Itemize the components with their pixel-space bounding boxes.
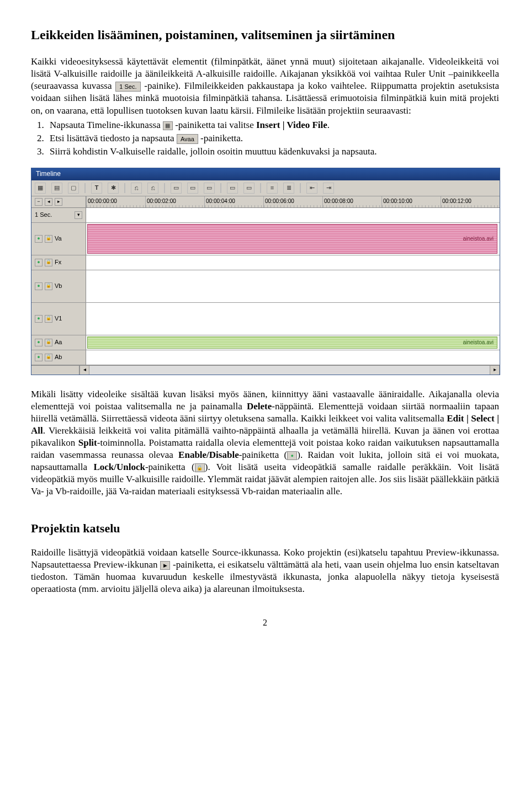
- track-label: Vb: [55, 282, 62, 290]
- toolbar-icon[interactable]: ▭: [243, 183, 255, 194]
- enable-disable-icon[interactable]: ●: [35, 354, 43, 361]
- track-header: ●🔒Aa: [31, 335, 86, 350]
- lock-icon[interactable]: 🔒: [45, 315, 52, 323]
- lock-icon[interactable]: 🔒: [45, 282, 52, 290]
- track-body[interactable]: aineistoa.avi: [86, 335, 500, 350]
- track-header: ●🔒Va: [31, 223, 86, 255]
- toolbar-separator: [260, 183, 261, 193]
- next-icon[interactable]: ▸: [55, 198, 62, 206]
- track-body[interactable]: [86, 303, 500, 335]
- enable-disable-icon: [287, 451, 297, 460]
- step2-a: Etsi lisättävä tiedosto ja napsauta: [50, 133, 177, 143]
- ruler-unit-button-inline: 1 Sec.: [115, 82, 140, 92]
- track-body[interactable]: [86, 270, 500, 302]
- bold-split: Split: [78, 437, 97, 448]
- timeline-track-v1: ●🔒V1: [31, 303, 500, 335]
- enable-disable-icon[interactable]: ●: [35, 282, 43, 290]
- dropdown-icon[interactable]: ▾: [75, 211, 82, 219]
- track-header: ●🔒Ab: [31, 350, 86, 365]
- toolbar-icon[interactable]: ▭: [187, 183, 198, 194]
- step-1: Napsauta Timeline-ikkunassa -painiketta …: [46, 119, 499, 131]
- intro-paragraph: Kaikki videoesityksessä käytettävät elem…: [31, 56, 499, 116]
- lock-icon[interactable]: 🔒: [45, 339, 52, 346]
- bold-lock: Lock/Unlock: [93, 462, 145, 472]
- track-label: Aa: [55, 338, 62, 346]
- clip[interactable]: aineistoa.avi: [87, 336, 497, 349]
- timeline-track-ab: ●🔒Ab: [31, 350, 500, 365]
- toolbar-icon[interactable]: ≡: [267, 183, 278, 194]
- toolbar-separator: [164, 183, 165, 193]
- ruler-tick: 00:00:12:00: [441, 196, 500, 207]
- lock-icon[interactable]: 🔒: [45, 235, 52, 243]
- toolbar-icon[interactable]: T: [91, 183, 102, 194]
- toolbar-icon[interactable]: ▢: [68, 183, 79, 194]
- film-icon: [163, 121, 173, 130]
- scroll-left-icon[interactable]: ◂: [80, 366, 89, 375]
- enable-disable-icon[interactable]: ●: [35, 259, 43, 266]
- ruler-tick: 00:00:04:00: [204, 196, 263, 207]
- prev-icon[interactable]: ◂: [45, 198, 52, 206]
- track-label: Ab: [55, 353, 62, 361]
- step-3: Siirrä kohdistin V-alkuiselle raidalle, …: [46, 146, 499, 158]
- step1-dot: .: [327, 120, 330, 130]
- timeline-track-aa: ●🔒Aaaineistoa.avi: [31, 335, 500, 350]
- timeline-ruler: − ◂ ▸ 00:00:00:0000:00:02:0000:00:04:000…: [31, 196, 500, 208]
- step1-b: -painiketta tai valitse: [175, 120, 256, 130]
- step1-menu: Insert | Video File: [256, 120, 327, 130]
- toolbar-icon[interactable]: ⎌: [131, 183, 142, 194]
- ruler-unit-row: 1 Sec. ▾: [31, 208, 500, 223]
- track-body[interactable]: aineistoa.avi: [86, 223, 500, 255]
- paragraph-preview: Raidoille lisättyjä videopätkiä voidaan …: [31, 547, 499, 595]
- toolbar-separator: [124, 183, 125, 193]
- toolbar-icon[interactable]: ▭: [171, 183, 182, 194]
- toolbar-icon[interactable]: ⇤: [306, 183, 317, 194]
- toolbar-icon[interactable]: ▦: [35, 183, 46, 194]
- timeline-track-fx: ●🔒Fx: [31, 255, 500, 270]
- toolbar-icon[interactable]: ⎌: [147, 183, 158, 194]
- section-heading-2: Projektin katselu: [31, 521, 499, 537]
- track-body[interactable]: [86, 350, 500, 365]
- track-label: Va: [55, 234, 62, 242]
- timeline-window: Timeline ▦ ▤ ▢ T ✱ ⎌ ⎌ ▭ ▭ ▭ ▭ ▭ ≡ ≣ ⇤ ⇥…: [31, 168, 500, 375]
- track-label: V1: [55, 314, 62, 322]
- play-icon: [160, 561, 170, 570]
- lock-icon: [195, 463, 205, 472]
- lock-icon[interactable]: 🔒: [45, 259, 52, 266]
- step1-a: Napsauta Timeline-ikkunassa: [50, 120, 163, 130]
- clip[interactable]: aineistoa.avi: [87, 224, 497, 254]
- toolbar-icon[interactable]: ▭: [204, 183, 215, 194]
- timeline-track-va: ●🔒Vaaineistoa.avi: [31, 223, 500, 255]
- toolbar-icon[interactable]: ≣: [283, 183, 294, 194]
- scroll-right-icon[interactable]: ▸: [490, 366, 500, 375]
- toolbar-icon[interactable]: ⇥: [323, 183, 334, 194]
- ruler-unit-label[interactable]: 1 Sec.: [35, 211, 52, 218]
- track-body[interactable]: [86, 255, 500, 270]
- enable-disable-icon[interactable]: ●: [35, 339, 43, 346]
- enable-disable-icon[interactable]: ●: [35, 315, 43, 323]
- toolbar-icon[interactable]: ✱: [108, 183, 119, 194]
- timeline-toolbar: ▦ ▤ ▢ T ✱ ⎌ ⎌ ▭ ▭ ▭ ▭ ▭ ≡ ≣ ⇤ ⇥: [31, 180, 500, 196]
- track-header: ●🔒Vb: [31, 270, 86, 302]
- timeline-scrollbar[interactable]: ◂ ▸: [31, 365, 500, 375]
- bold-enable: Enable/Disable: [178, 450, 239, 460]
- timeline-titlebar: Timeline: [31, 168, 500, 180]
- p2-e: -painiketta (: [239, 450, 288, 460]
- ruler-tick: 00:00:02:00: [145, 196, 204, 207]
- enable-disable-icon[interactable]: ●: [35, 235, 43, 243]
- lock-icon[interactable]: 🔒: [45, 354, 52, 361]
- collapse-icon[interactable]: −: [35, 198, 43, 206]
- toolbar-icon[interactable]: ▤: [51, 183, 62, 194]
- section-heading: Leikkeiden lisääminen, poistaminen, vali…: [31, 26, 499, 44]
- ruler-tick: 00:00:10:00: [381, 196, 441, 207]
- toolbar-icon[interactable]: ▭: [227, 183, 238, 194]
- track-label: Fx: [55, 258, 61, 266]
- ruler-left-controls: − ◂ ▸: [31, 196, 86, 207]
- ruler-tick: 00:00:00:00: [86, 196, 145, 207]
- bold-delete: Delete: [247, 401, 272, 412]
- step2-b: -painiketta.: [200, 133, 243, 143]
- track-header: ●🔒Fx: [31, 255, 86, 270]
- ruler-tick: 00:00:06:00: [263, 196, 322, 207]
- ruler-tick: 00:00:08:00: [322, 196, 381, 207]
- p2-g: -painiketta (: [145, 462, 195, 472]
- page-number: 2: [31, 617, 499, 629]
